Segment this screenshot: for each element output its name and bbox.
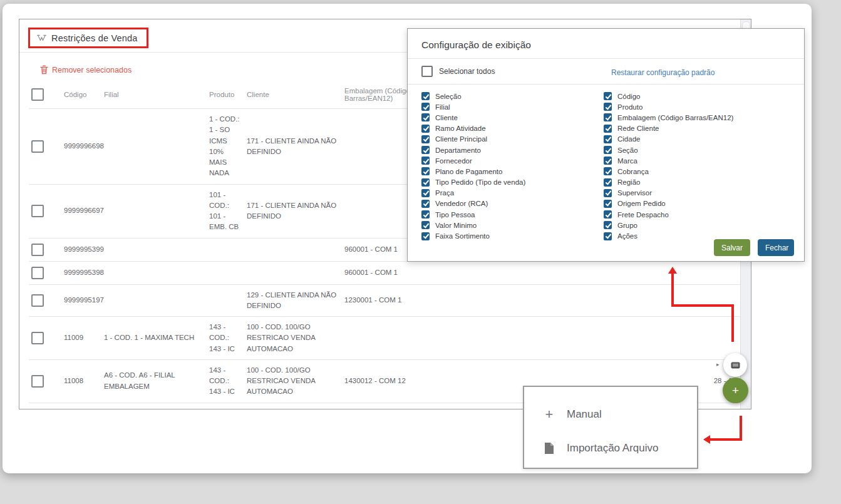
display-option[interactable]: Origem Pedido [604,198,792,209]
row-checkbox[interactable] [31,332,44,344]
option-label: Fornecedor [435,157,472,165]
checked-checkbox[interactable] [604,135,612,143]
checked-checkbox[interactable] [421,113,430,121]
checked-checkbox[interactable] [604,92,612,100]
display-option[interactable]: Vendedor (RCA) [421,198,597,209]
checked-checkbox[interactable] [604,221,612,229]
restore-default-link[interactable]: Restaurar configuração padrão [611,68,715,77]
option-label: Grupo [617,222,637,229]
checked-checkbox[interactable] [421,178,430,187]
options-column-left: SeleçãoFilialClienteRamo AtividadeClient… [421,91,597,242]
display-option[interactable]: Região [604,177,792,188]
display-option[interactable]: Cliente [421,112,597,123]
checked-checkbox[interactable] [421,167,430,175]
display-option[interactable]: Código [604,91,792,101]
column-header-produto[interactable]: Produto [207,82,244,109]
cell-produto: 143 - COD.: 143 - IC [207,359,244,403]
add-restriction-fab[interactable]: + [723,378,748,403]
display-option[interactable]: Frete Despacho [604,209,792,220]
display-option[interactable]: Seleção [421,91,597,101]
display-option[interactable]: Embalagem (Código Barras/EAN12) [604,112,792,123]
plus-icon: + [732,384,739,398]
option-label: Cidade [617,135,640,143]
cell-cliente [244,403,342,409]
display-option[interactable]: Cobrança [604,166,792,177]
checked-checkbox[interactable] [604,167,612,175]
select-all-checkbox[interactable] [421,66,433,77]
checked-checkbox[interactable] [421,221,430,229]
cell-embalagem: 960001 - COM 1 [342,261,441,284]
display-option[interactable]: Grupo [604,220,792,230]
checked-checkbox[interactable] [421,146,430,154]
checked-checkbox[interactable] [421,103,430,111]
checked-checkbox[interactable] [604,232,612,240]
add-options-menu: + Manual Importação Arquivo [523,386,698,469]
checked-checkbox[interactable] [421,135,430,143]
display-option[interactable]: Ramo Atividade [421,123,597,134]
display-option[interactable]: Departamento [421,145,597,155]
cell-produto: 10 - COD.: 10 - 10%/ST-VL1/IPI-N/DIF [207,403,244,409]
select-all-option[interactable]: Selecionar todos [421,66,495,77]
row-checkbox[interactable] [31,375,44,388]
column-header-filial[interactable]: Filial [101,82,207,109]
checked-checkbox[interactable] [604,189,612,197]
checked-checkbox[interactable] [421,125,430,133]
save-button[interactable]: Salvar [714,239,750,256]
display-option[interactable]: Valor Minimo [421,220,597,230]
cell-codigo: 9999996698 [61,109,101,185]
display-option[interactable]: Supervisor [604,188,792,198]
list-view-fab[interactable] [723,353,747,377]
display-option[interactable]: Faixa Sortimento [421,230,597,241]
display-option[interactable]: Praça [421,188,597,198]
checked-checkbox[interactable] [421,210,430,219]
display-option[interactable]: Cidade [604,134,792,145]
display-option[interactable]: Marca [604,155,792,166]
row-checkbox[interactable] [31,294,44,307]
select-all-rows-checkbox[interactable] [31,88,44,101]
display-option[interactable]: Fornecedor [421,155,597,166]
display-option[interactable]: Produto [604,101,792,112]
menu-item-label: Importação Arquivo [567,442,658,455]
checked-checkbox[interactable] [421,92,430,100]
column-header-codigo[interactable]: Código [61,82,101,109]
checked-checkbox[interactable] [604,157,612,165]
checked-checkbox[interactable] [604,210,612,219]
row-checkbox[interactable] [31,205,44,217]
checked-checkbox[interactable] [604,103,612,111]
cell-embalagem: 1230001 - COM 1 [342,284,441,317]
display-option[interactable]: Tipo Pedido (Tipo de venda) [421,177,597,188]
display-option[interactable]: Tipo Pessoa [421,209,597,220]
row-checkbox[interactable] [31,140,44,153]
display-option[interactable]: Filial [421,101,597,112]
close-button[interactable]: Fechar [758,239,794,256]
option-label: Marca [617,157,637,165]
annotation-arrow-segment [740,416,742,441]
checked-checkbox[interactable] [604,125,612,133]
checked-checkbox[interactable] [604,178,612,187]
checked-checkbox[interactable] [604,146,612,154]
display-option[interactable]: Plano de Pagamento [421,166,597,177]
select-all-label: Selecionar todos [439,67,495,76]
menu-item-import-file[interactable]: Importação Arquivo [524,435,697,462]
row-checkbox[interactable] [31,267,44,279]
checked-checkbox[interactable] [604,113,612,121]
display-option[interactable]: Rede Cliente [604,123,792,134]
cell-codigo: 9999995398 [61,261,101,284]
checked-checkbox[interactable] [421,189,430,197]
cell-ramo [441,317,491,360]
checked-checkbox[interactable] [421,200,430,208]
checked-checkbox[interactable] [421,157,430,165]
cell-filial: 1 - COD. 1 - MAXIMA TECH [101,317,207,360]
checked-checkbox[interactable] [421,232,430,240]
remove-selected-button[interactable]: Remover selecionados [40,65,132,75]
option-label: Tipo Pessoa [435,211,475,219]
cell-extra [491,317,740,360]
display-option[interactable]: Cliente Principal [421,134,597,145]
option-label: Ramo Atividade [435,125,486,132]
cell-embalagem [342,403,441,409]
column-header-cliente[interactable]: Cliente [244,82,342,109]
row-checkbox[interactable] [31,244,44,256]
checked-checkbox[interactable] [604,200,612,208]
menu-item-manual[interactable]: + Manual [524,401,697,428]
display-option[interactable]: Seção [604,145,792,155]
